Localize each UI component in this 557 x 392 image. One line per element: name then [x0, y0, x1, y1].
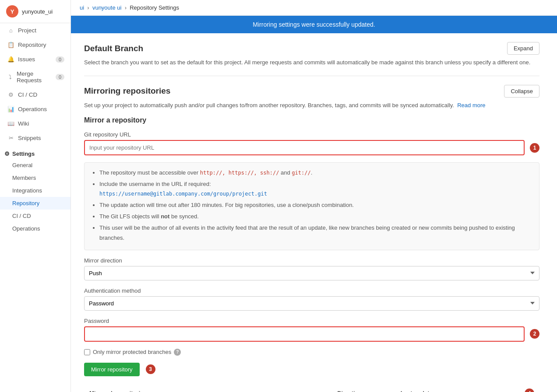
auth-method-select[interactable]: Password SSH public key — [84, 296, 539, 311]
collapse-button[interactable]: Collapse — [504, 85, 539, 98]
user-avatar-section: Y yunyoute_ui — [0, 0, 71, 23]
mirroring-desc-text: Set up your project to automatically pus… — [84, 102, 454, 108]
protected-branches-checkbox-label[interactable]: Only mirror protected branches ? — [84, 349, 539, 356]
issues-badge: 0 — [56, 56, 64, 63]
sidebar-item-label: Wiki — [18, 120, 29, 127]
code-protocols: http://, https://, ssh:// — [200, 170, 279, 176]
annotation-1: 1 — [530, 143, 539, 153]
git-url-input-row: 1 — [84, 140, 539, 155]
general-label: General — [12, 162, 32, 168]
info-bullet-5: This user will be the author of all even… — [99, 223, 532, 242]
annotation-2: 2 — [530, 329, 539, 339]
sidebar-item-operations[interactable]: 📊 Operations — [0, 102, 71, 116]
breadcrumb: ui › vunyoute ui › Repository Settings — [71, 0, 557, 16]
password-input-row: 2 — [84, 326, 539, 342]
code-git: git:// — [292, 170, 310, 176]
col-actions: 4 — [472, 385, 539, 392]
settings-gear-icon: ⚙ — [4, 150, 10, 157]
password-input[interactable] — [84, 326, 525, 342]
table-header-row: Mirrored repositories Direction Last upd… — [84, 385, 539, 392]
info-bullet-4: The Git LFS objects will not be synced. — [99, 212, 532, 221]
info-bullet-2: Include the username in the URL if requi… — [99, 179, 532, 199]
integrations-label: Integrations — [12, 187, 42, 194]
sidebar-item-wiki[interactable]: 📖 Wiki — [0, 116, 71, 131]
ci-cd-sub-label: CI / CD — [12, 213, 31, 219]
default-branch-title: Default Branch — [84, 44, 143, 53]
sidebar-item-label: Merge Requests — [17, 70, 52, 84]
sidebar-item-issues[interactable]: 🔔 Issues 0 — [0, 52, 71, 66]
sidebar-sub-repository[interactable]: Repository — [0, 197, 71, 210]
password-label: Password — [84, 318, 539, 324]
info-bullet-1: The repository must be accessible over h… — [99, 168, 532, 178]
operations-icon: 📊 — [7, 106, 14, 112]
project-icon: ⌂ — [7, 27, 14, 34]
sidebar-item-merge-requests[interactable]: ⤵ Merge Requests 0 — [0, 66, 71, 88]
sidebar-item-ci-cd[interactable]: ⚙ CI / CD — [0, 88, 71, 102]
mirroring-title: Mirroring repositories — [84, 86, 170, 96]
mirroring-section: Mirroring repositories Collapse Set up y… — [84, 85, 539, 392]
help-icon[interactable]: ? — [174, 349, 181, 356]
mirroring-header: Mirroring repositories Collapse — [84, 85, 539, 98]
sidebar-item-label: Project — [18, 27, 36, 34]
table-head: Mirrored repositories Direction Last upd… — [84, 385, 539, 392]
direction-group: Mirror direction Push Pull — [84, 257, 539, 280]
sidebar-sub-ci-cd[interactable]: CI / CD — [0, 210, 71, 222]
default-branch-header: Default Branch Expand — [84, 42, 539, 55]
sidebar-item-label: Operations — [18, 106, 47, 112]
breadcrumb-vunyoute[interactable]: vunyoute ui — [92, 4, 122, 11]
username: yunyoute_ui — [22, 8, 53, 15]
merge-badge: 0 — [56, 74, 64, 80]
auth-method-label: Authentication method — [84, 287, 539, 294]
sidebar-item-label: CI / CD — [18, 91, 37, 98]
main-content: ui › vunyoute ui › Repository Settings M… — [71, 0, 557, 392]
repository-icon: 📋 — [7, 42, 14, 48]
col-direction: Direction — [332, 385, 395, 392]
mirror-table: Mirrored repositories Direction Last upd… — [84, 385, 539, 392]
snippets-icon: ✂ — [7, 135, 14, 141]
col-last-update: Last update — [395, 385, 472, 392]
expand-button[interactable]: Expand — [507, 42, 539, 55]
sidebar-sub-integrations[interactable]: Integrations — [0, 184, 71, 197]
sidebar-item-repository[interactable]: 📋 Repository — [0, 38, 71, 52]
protected-branches-checkbox[interactable] — [84, 349, 90, 355]
read-more-link[interactable]: Read more — [457, 102, 485, 108]
repository-sub-label: Repository — [12, 200, 39, 206]
sidebar: Y yunyoute_ui ⌂ Project 📋 Repository 🔔 I… — [0, 0, 71, 392]
info-bullet-3: The update action will time out after 18… — [99, 200, 532, 210]
sidebar-item-label: Issues — [18, 56, 35, 63]
breadcrumb-current: Repository Settings — [130, 4, 179, 11]
git-url-group: Git repository URL 1 — [84, 131, 539, 155]
default-branch-desc: Select the branch you want to set as the… — [84, 58, 539, 67]
issues-icon: 🔔 — [7, 56, 14, 63]
mirror-form-title: Mirror a repository — [84, 116, 539, 124]
sidebar-item-label: Snippets — [18, 135, 41, 141]
operations-sub-label: Operations — [12, 225, 40, 232]
wiki-icon: 📖 — [7, 120, 14, 127]
sidebar-item-snippets[interactable]: ✂ Snippets — [0, 131, 71, 145]
mirroring-desc: Set up your project to automatically pus… — [84, 101, 539, 110]
protected-branches-label-text: Only mirror protected branches — [93, 349, 171, 355]
direction-label: Mirror direction — [84, 257, 539, 264]
cicd-icon: ⚙ — [7, 91, 14, 98]
annotation-4: 4 — [525, 388, 534, 392]
mirror-repository-button[interactable]: Mirror repository — [84, 363, 140, 376]
info-box: The repository must be accessible over h… — [84, 162, 539, 250]
annotation-3: 3 — [146, 364, 155, 374]
sidebar-item-project[interactable]: ⌂ Project — [0, 23, 71, 38]
sidebar-sub-members[interactable]: Members — [0, 172, 71, 184]
sidebar-sub-general[interactable]: General — [0, 159, 71, 172]
avatar: Y — [6, 5, 18, 18]
mirror-btn-row: Mirror repository 3 — [84, 363, 539, 376]
settings-section-label: Settings — [12, 150, 35, 157]
sidebar-item-label: Repository — [18, 42, 46, 48]
git-url-input[interactable] — [84, 140, 525, 155]
success-banner: Mirroring settings were successfully upd… — [71, 16, 557, 33]
default-branch-section: Default Branch Expand Select the branch … — [84, 42, 539, 67]
members-label: Members — [12, 175, 36, 181]
sidebar-sub-operations[interactable]: Operations — [0, 222, 71, 235]
merge-icon: ⤵ — [7, 74, 13, 80]
breadcrumb-ui[interactable]: ui — [80, 4, 84, 11]
direction-select[interactable]: Push Pull — [84, 266, 539, 280]
code-url-example: https://username@gitlab.company.com/grou… — [99, 191, 267, 197]
divider-1 — [84, 76, 539, 76]
